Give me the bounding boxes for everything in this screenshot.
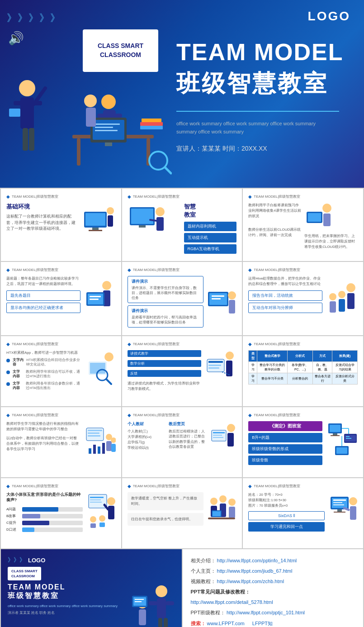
card-13-optD: D口述 xyxy=(6,527,83,532)
svg-rect-77 xyxy=(88,432,99,434)
svg-rect-19 xyxy=(95,127,113,128)
card-12-item2: 班级班级骨骼的形成 xyxy=(248,444,322,454)
card-7-header: ◆ TEAM MODEL|班级智慧教室 xyxy=(6,342,116,347)
card-7-intro: HTX积累模App，教师可进一步智慧学习机器 xyxy=(6,350,84,355)
card-6-btn2[interactable]: 互动当年对班与分辨师 xyxy=(248,303,322,313)
svg-rect-1 xyxy=(20,97,34,129)
card-4-illus xyxy=(84,279,116,315)
card-6-illus xyxy=(326,279,358,315)
card-5-step1: 课件演示 课件演示、不需要学生打开自身字段，数目，进程题目，展示额外不能够实际数… xyxy=(128,276,204,303)
link-series[interactable]: http://www.lfppt.com/pptjc_101.html xyxy=(227,610,305,615)
card-5: ◆ TEAM MODEL|班级智慧教室 课件演示 课件演示、不需要学生打开自身字… xyxy=(122,262,242,335)
card-10-illus xyxy=(84,421,116,457)
svg-rect-20 xyxy=(95,130,118,131)
svg-rect-62 xyxy=(339,299,345,312)
card-15-btn1[interactable]: SixDAS ll xyxy=(248,511,325,520)
card-11-section2: 教后责页 教后页过程模块进：人进教后页进行；已整合以新的教学重点的，整合以教育各… xyxy=(169,421,206,455)
svg-rect-94 xyxy=(330,425,340,432)
link-download[interactable]: http://www.lfppt.com/pptinfo_14.html xyxy=(217,558,297,563)
card-10: ◆ TEAM MODEL|班级智慧教室 教师对学生学习情况整合进行有效的指指向有… xyxy=(1,407,121,477)
svg-rect-150 xyxy=(158,618,162,627)
link-search2[interactable]: LFPPT知 xyxy=(252,621,273,626)
hero-title-cn: 班级智慧教室 xyxy=(176,68,328,100)
svg-point-32 xyxy=(107,207,114,214)
svg-rect-148 xyxy=(149,601,157,605)
card-15-illus xyxy=(328,492,358,528)
card-8-desc: 通过讲授式的教学模式，为学生培养职业和学习教学新模式。 xyxy=(128,381,202,392)
svg-rect-49 xyxy=(90,296,101,297)
card-13-header: ◆ TEAM MODEL|班级智慧教室 xyxy=(6,484,116,489)
svg-rect-53 xyxy=(212,295,224,297)
card-15: ◆ TEAM MODEL|班级智慧教室 姓名：20 学号：70×0 班级和颗粒注… xyxy=(243,478,363,548)
links-content: 相关介绍： http://www.lfppt.com/pptinfo_14.ht… xyxy=(191,556,355,627)
card-5-step2: 课件演示 是师看平面时把四个问，帮习高回收率选项，处理哪里不能够实际数目任务 xyxy=(128,305,204,328)
svg-point-63 xyxy=(104,352,113,361)
svg-point-55 xyxy=(228,291,236,299)
card-3-body3: 学生用纸，把未掌握的学习。上课提示日作业，立即调取反馈时将学生收集CLOUD统计… xyxy=(304,233,358,250)
svg-rect-76 xyxy=(88,430,102,431)
svg-rect-17 xyxy=(105,142,112,146)
card-12-item1: B升+的题 xyxy=(248,433,322,442)
svg-rect-27 xyxy=(86,108,96,127)
card-3-body2: 数师分析生活以前CLOUD调示统计约，评阅、讲前一次完成 xyxy=(248,227,302,238)
svg-rect-29 xyxy=(85,213,105,226)
svg-rect-129 xyxy=(333,502,342,503)
link-personal[interactable]: http://www.lfppt.com/jiudb_67.html xyxy=(217,568,293,574)
card-4-btn1[interactable]: 题先各题目 xyxy=(6,290,80,301)
card-2-illus xyxy=(128,203,168,239)
svg-point-117 xyxy=(210,498,217,505)
svg-rect-60 xyxy=(330,301,336,313)
card-11: ◆ TEAM MODEL|班级智慧教室 个人教材 个人教材(三) 大学课程的(L… xyxy=(122,407,242,477)
svg-rect-10 xyxy=(97,114,104,118)
card-7: ◆ TEAM MODEL|班级智慧教室 HTX积累模App，教师可进一步智慧学习… xyxy=(1,336,121,406)
svg-rect-73 xyxy=(208,367,219,369)
speaker-icon: 🔊 xyxy=(8,31,24,46)
svg-rect-78 xyxy=(88,435,100,437)
card-14-para1: 教学通暖度，空气空析 整上升，产生播放时间。 xyxy=(128,492,204,510)
card-7-item3: 文字内容 教师利用各年班综合参数分析，通过HTA指出推出 xyxy=(6,381,84,390)
cards-grid: ◆ TEAM MODEL|班级智慧教室 基础环境 这标配了一台教师计算机和相应的… xyxy=(0,188,364,549)
card-10-body1: 教师对学生学习情况整合进行有效的指指向有效的班级学习需要让年级中的学习整合 xyxy=(6,421,80,432)
svg-rect-82 xyxy=(102,443,105,454)
card-2-item-2: 互动提示机 xyxy=(184,233,237,242)
svg-rect-2 xyxy=(14,101,22,105)
svg-rect-13 xyxy=(77,138,80,166)
svg-rect-130 xyxy=(333,504,344,505)
hero-underline xyxy=(176,111,339,112)
card-15-btn2[interactable]: 学习通完和回一点 xyxy=(248,522,325,532)
svg-rect-84 xyxy=(106,441,112,451)
bottom-badge-2: CLASS SMARTCLASSROOM xyxy=(11,569,38,579)
svg-rect-33 xyxy=(108,215,113,227)
card-4-btn2[interactable]: 显示各均衡的已经正确更求者 xyxy=(6,303,80,313)
svg-point-119 xyxy=(219,495,227,503)
svg-rect-95 xyxy=(333,433,337,435)
card-14-illus xyxy=(207,492,236,528)
svg-rect-86 xyxy=(111,444,116,452)
link-qa[interactable]: http://www.lfppt.com/detail_5278.html xyxy=(191,599,273,605)
card-14: ◆ TEAM MODEL|班级智慧教室 教学通暖度，空气空析 整上升，产生播放时… xyxy=(122,478,242,548)
card-13-optB: B改事 xyxy=(6,513,83,518)
svg-rect-91 xyxy=(213,435,222,436)
card-2-title: 智慧教室 xyxy=(184,203,237,219)
bottom-illus-2 xyxy=(130,579,180,627)
card-6-btn1[interactable]: 报告当年回，活动统效 xyxy=(248,290,322,301)
card-12-illus xyxy=(326,421,358,457)
card-5-illus xyxy=(207,287,236,319)
card-12-item3: 班级骨骼 xyxy=(248,456,322,465)
card-9-table: 类型 整合式教学 分析式 方式 效果(建) 学习 整合学习不分类的教学的分数 各… xyxy=(248,350,358,385)
card-8: ◆ TEAM MODEL|班级智慧教室 讲授式教学 数学分析 反馈 通过讲授式的… xyxy=(122,336,242,406)
card-13-optC: C提升 xyxy=(6,520,83,525)
svg-rect-147 xyxy=(157,598,166,618)
svg-rect-21 xyxy=(140,122,163,126)
svg-rect-122 xyxy=(229,507,235,518)
bottom-arrows-2: 》》》 xyxy=(8,556,25,564)
svg-rect-30 xyxy=(92,228,99,230)
link-search1[interactable]: www.LFPPT.com xyxy=(207,621,245,626)
svg-point-40 xyxy=(322,204,331,213)
svg-rect-71 xyxy=(208,361,223,363)
card-4-body: 题前题：整年各题目已习作业检验比较多学习之后，巩固了对这一课程的前题班级环境。 xyxy=(6,276,80,287)
svg-rect-128 xyxy=(333,499,346,501)
svg-point-113 xyxy=(90,516,96,522)
link-tutorial[interactable]: http://www.lfppt.com/zchb.html xyxy=(217,579,284,584)
svg-rect-92 xyxy=(213,437,223,438)
